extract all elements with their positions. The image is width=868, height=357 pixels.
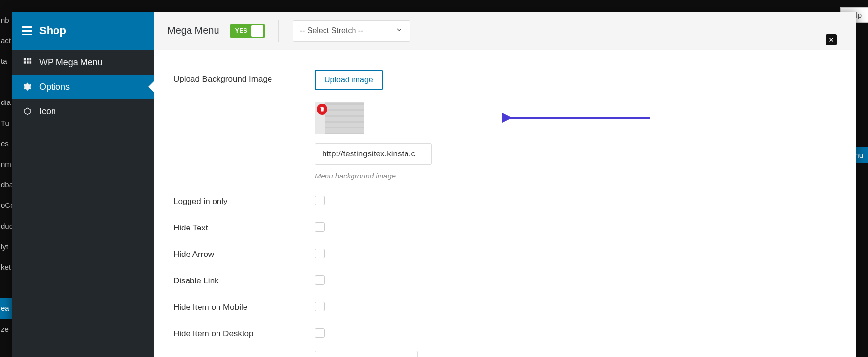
wp-admin-fragments: nbacttadiaTuesnmdbaoCoduclytketeaze: [0, 10, 12, 339]
alignment-label: Menu Item Alignment: [173, 351, 315, 357]
svg-rect-5: [30, 61, 32, 64]
hide-text-label: Hide Text: [173, 218, 315, 233]
modal-topbar: Mega Menu YES -- Select Stretch --: [154, 12, 856, 50]
chevron-down-icon: [395, 26, 403, 36]
disable-link-checkbox[interactable]: [315, 275, 325, 285]
hide-text-checkbox[interactable]: [315, 222, 325, 232]
background-thumbnail[interactable]: [315, 102, 364, 134]
sidebar-item-label: Icon: [39, 106, 56, 117]
modal-title: Mega Menu: [167, 25, 219, 36]
sidebar-item-wp-mega-menu[interactable]: WP Mega Menu: [12, 50, 154, 75]
svg-rect-0: [24, 58, 26, 61]
sidebar-item-label: WP Mega Menu: [39, 57, 103, 68]
hide-desktop-label: Hide Item on Desktop: [173, 324, 315, 339]
modal-main: Mega Menu YES -- Select Stretch -- Uploa…: [154, 12, 856, 357]
sidebar-item-icon[interactable]: Icon: [12, 99, 154, 124]
logged-in-label: Logged in only: [173, 192, 315, 206]
stretch-select[interactable]: -- Select Stretch --: [293, 20, 410, 42]
grid-icon: [23, 58, 32, 67]
hide-arrow-label: Hide Arrow: [173, 245, 315, 259]
toggle-knob: [251, 25, 263, 37]
hide-desktop-checkbox[interactable]: [315, 328, 325, 338]
upload-bg-label: Upload Background Image: [173, 70, 315, 84]
modal-sidebar: Shop WP Mega Menu Options Icon: [12, 12, 154, 357]
mega-menu-toggle[interactable]: YES: [230, 24, 265, 38]
sidebar-item-label: Options: [39, 82, 70, 92]
close-button[interactable]: [826, 34, 837, 45]
gear-icon: [23, 82, 32, 91]
hide-mobile-label: Hide Item on Mobile: [173, 298, 315, 312]
svg-rect-4: [27, 61, 29, 64]
sidebar-header: Shop: [12, 12, 154, 50]
logged-in-checkbox[interactable]: [315, 196, 325, 205]
sidebar-item-options[interactable]: Options: [12, 75, 154, 99]
sidebar-title: Shop: [39, 25, 66, 37]
delete-thumbnail-button[interactable]: [317, 104, 327, 115]
upload-image-button[interactable]: Upload image: [315, 70, 383, 90]
menu-icon: [22, 26, 32, 35]
hide-mobile-checkbox[interactable]: [315, 302, 325, 311]
disable-link-label: Disable Link: [173, 271, 315, 286]
toggle-label: YES: [230, 27, 248, 34]
background-url-input[interactable]: [315, 143, 432, 165]
mega-menu-modal: Shop WP Mega Menu Options Icon Mega Menu…: [12, 12, 856, 357]
cube-icon: [23, 107, 32, 116]
svg-rect-1: [27, 58, 29, 61]
options-form-scroll[interactable]: Upload Background Image Upload image Men…: [154, 50, 856, 357]
background-helper-text: Menu background image: [315, 172, 837, 180]
alignment-select[interactable]: Left: [315, 351, 418, 357]
stretch-select-value: -- Select Stretch --: [300, 26, 364, 35]
svg-rect-3: [24, 61, 26, 64]
svg-rect-2: [30, 58, 32, 61]
divider: [278, 20, 279, 42]
hide-arrow-checkbox[interactable]: [315, 249, 325, 258]
